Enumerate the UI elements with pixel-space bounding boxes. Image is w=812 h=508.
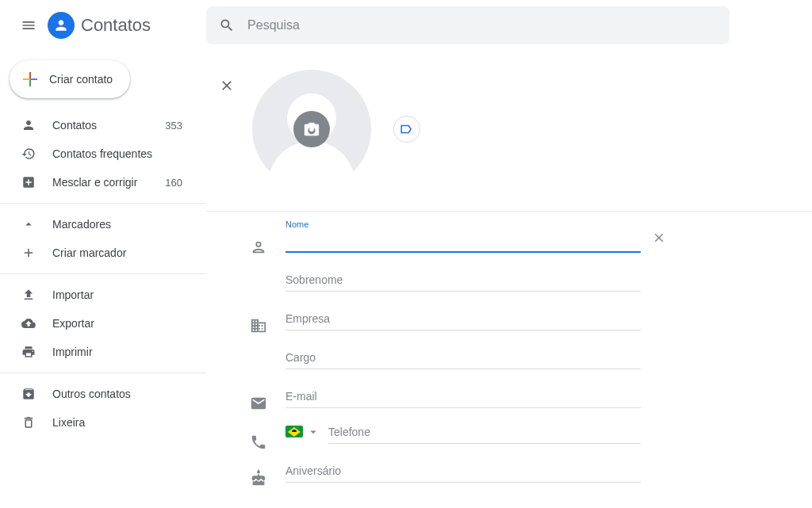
- app-title: Contatos: [81, 15, 151, 36]
- menu-button[interactable]: [13, 10, 44, 41]
- cloud-upload-icon: [21, 316, 36, 330]
- close-button[interactable]: [211, 70, 243, 101]
- print-icon: [21, 345, 36, 359]
- role-field: [285, 342, 641, 369]
- create-contact-button[interactable]: Criar contato: [10, 60, 130, 98]
- phone-icon: [250, 434, 267, 451]
- label-icon: [400, 122, 414, 136]
- sidebar-divider: [0, 203, 206, 204]
- sidebar-item-label: Outros contatos: [52, 388, 182, 400]
- phone-field: [285, 419, 641, 444]
- sidebar-divider: [0, 273, 206, 274]
- svg-rect-2: [23, 78, 30, 80]
- history-icon: [21, 147, 36, 161]
- birthday-input[interactable]: [285, 455, 641, 483]
- form-row-birthday: [249, 455, 812, 494]
- sidebar-item-label: Lixeira: [52, 416, 182, 429]
- surname-field: [285, 264, 641, 292]
- sidebar-item-label: Imprimir: [52, 346, 182, 358]
- sidebar-item-count: 160: [165, 177, 182, 189]
- sidebar-item-newlabel[interactable]: Criar marcador: [0, 239, 197, 267]
- clear-name-button[interactable]: [652, 231, 666, 245]
- app-logo[interactable]: Contatos: [48, 12, 151, 39]
- person-icon: [21, 118, 36, 132]
- sidebar-item-count: 353: [165, 120, 182, 132]
- form-row-name: Nome: [249, 224, 812, 303]
- sidebar-item-label: Mesclar e corrigir: [52, 176, 149, 189]
- svg-rect-3: [30, 78, 37, 80]
- country-code-dropdown[interactable]: [285, 425, 320, 439]
- camera-icon: [303, 120, 320, 138]
- sidebar-item-label: Contatos: [52, 119, 149, 132]
- contact-editor: Nome: [206, 51, 812, 508]
- close-icon: [652, 231, 666, 245]
- form-row-company: [249, 303, 812, 380]
- search-bar[interactable]: [206, 6, 730, 44]
- add-photo-button[interactable]: [293, 111, 330, 147]
- create-contact-label: Criar contato: [49, 73, 113, 86]
- sidebar-item-print[interactable]: Imprimir: [0, 338, 197, 366]
- sidebar-item-label: Marcadores: [52, 218, 182, 231]
- phone-input[interactable]: [328, 419, 641, 444]
- label-button[interactable]: [393, 116, 420, 143]
- plus-multicolor-icon: [21, 70, 40, 89]
- sidebar-item-trash[interactable]: Lixeira: [0, 408, 197, 437]
- person-outline-icon: [250, 239, 267, 256]
- sidebar-item-merge[interactable]: Mesclar e corrigir 160: [0, 168, 197, 197]
- name-field: Nome: [285, 224, 641, 253]
- sidebar-item-contacts[interactable]: Contatos 353: [0, 111, 197, 139]
- company-field: [285, 303, 641, 330]
- name-input[interactable]: [285, 224, 641, 253]
- search-input[interactable]: [247, 18, 717, 32]
- brazil-flag-icon: [285, 426, 303, 437]
- divider: [206, 211, 812, 212]
- sidebar-item-export[interactable]: Exportar: [0, 309, 197, 338]
- archive-icon: [21, 387, 36, 401]
- name-label: Nome: [285, 220, 308, 229]
- header: Contatos: [0, 0, 812, 51]
- sidebar-item-frequent[interactable]: Contatos frequentes: [0, 139, 197, 168]
- search-icon: [219, 17, 235, 33]
- plus-icon: [21, 246, 36, 260]
- chevron-down-icon: [306, 425, 320, 439]
- sidebar: Criar contato Contatos 353 Contatos freq…: [0, 51, 206, 508]
- business-icon: [250, 317, 267, 334]
- upload-icon: [21, 288, 36, 302]
- merge-icon: [21, 175, 36, 189]
- hamburger-icon: [21, 17, 36, 33]
- avatar: [252, 70, 371, 189]
- company-input[interactable]: [285, 303, 641, 330]
- email-icon: [250, 395, 267, 412]
- contact-form: Nome: [206, 224, 812, 508]
- sidebar-item-labels[interactable]: Marcadores: [0, 210, 197, 239]
- sidebar-item-label: Importar: [52, 288, 182, 301]
- svg-rect-0: [29, 72, 31, 79]
- cake-icon: [250, 469, 267, 487]
- trash-icon: [21, 415, 36, 430]
- form-row-phone: [249, 419, 812, 455]
- form-row-email: [249, 380, 812, 419]
- sidebar-item-label: Criar marcador: [52, 246, 182, 259]
- birthday-field: [285, 455, 641, 483]
- close-icon: [219, 78, 235, 94]
- sidebar-item-label: Exportar: [52, 317, 182, 330]
- contacts-logo-icon: [48, 12, 75, 39]
- sidebar-divider: [0, 372, 206, 373]
- email-input[interactable]: [285, 380, 641, 408]
- sidebar-item-other[interactable]: Outros contatos: [0, 380, 197, 408]
- email-field: [285, 380, 641, 408]
- sidebar-item-label: Contatos frequentes: [52, 147, 182, 160]
- sidebar-item-import[interactable]: Importar: [0, 281, 197, 309]
- chevron-up-icon: [21, 217, 36, 231]
- svg-rect-1: [29, 79, 31, 86]
- surname-input[interactable]: [285, 264, 641, 292]
- role-input[interactable]: [285, 342, 641, 369]
